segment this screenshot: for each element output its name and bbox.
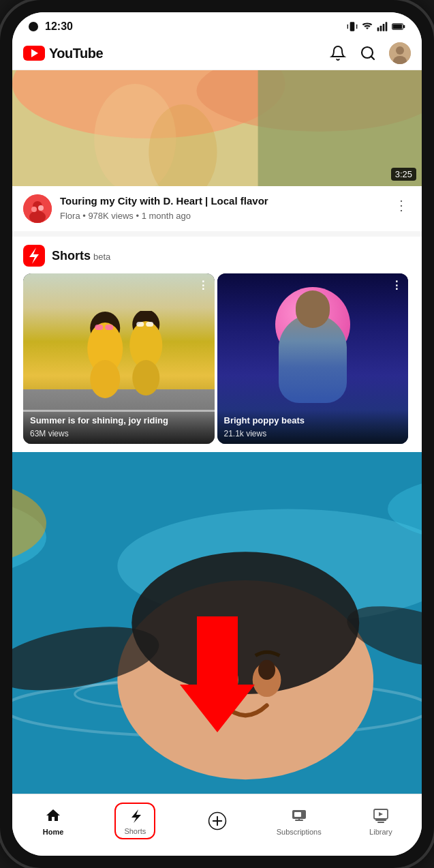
video-info: Touring my City with D. Heart | Local fl… <box>12 186 422 231</box>
shorts-header-text: Shortsbeta <box>52 249 110 263</box>
video-more-button[interactable]: ⋮ <box>392 194 411 216</box>
search-button[interactable] <box>359 44 377 62</box>
camera-icon <box>29 22 38 31</box>
svg-rect-4 <box>380 26 382 31</box>
svg-rect-59 <box>294 812 301 817</box>
notifications-button[interactable] <box>329 44 347 62</box>
svg-rect-32 <box>105 325 113 330</box>
svg-rect-37 <box>146 322 153 327</box>
next-video-section[interactable] <box>12 452 422 794</box>
status-left: 12:30 <box>29 20 73 33</box>
nav-create[interactable] <box>176 809 258 833</box>
create-icon <box>208 811 227 830</box>
signal-icon <box>377 21 388 32</box>
video-meta: Flora • 978K views • 1 month ago <box>60 211 384 221</box>
short1-figures <box>30 311 215 406</box>
battery-icon <box>392 21 405 32</box>
wifi-icon <box>362 21 373 32</box>
svg-rect-1 <box>347 25 348 29</box>
nav-home[interactable]: Home <box>12 803 94 839</box>
shorts-nav-highlight: Shorts <box>114 803 155 839</box>
status-bar: 12:30 <box>12 12 422 37</box>
subscriptions-label: Subscriptions <box>277 828 322 836</box>
person-back <box>279 314 347 403</box>
shorts-section: Shortsbeta <box>12 237 422 452</box>
short-card-1[interactable]: ⋮ Summer is for shining, joy riding 63M … <box>23 273 215 444</box>
svg-point-54 <box>258 660 275 680</box>
short1-more-button[interactable]: ⋮ <box>198 279 209 292</box>
status-time: 12:30 <box>45 20 73 33</box>
top-nav: YouTube <box>12 37 422 70</box>
short2-more-button[interactable]: ⋮ <box>391 279 403 292</box>
video-title: Touring my City with D. Heart | Local fl… <box>60 194 384 208</box>
home-label: Home <box>43 828 64 836</box>
svg-point-25 <box>31 207 37 212</box>
svg-rect-2 <box>356 25 357 29</box>
channel-avatar <box>23 194 52 223</box>
svg-rect-3 <box>377 27 379 31</box>
nav-icons <box>329 42 411 64</box>
arrow-body <box>197 616 238 685</box>
shorts-logo <box>23 245 45 267</box>
svg-point-24 <box>29 211 46 223</box>
video-duration: 3:25 <box>391 168 416 181</box>
nav-subscriptions[interactable]: Subscriptions <box>258 803 340 839</box>
library-label: Library <box>369 828 392 836</box>
shorts-nav-icon <box>125 807 144 826</box>
library-icon <box>371 806 390 825</box>
section-divider <box>12 231 422 237</box>
pool-video-bg <box>12 452 422 794</box>
shorts-grid: ⋮ Summer is for shining, joy riding 63M … <box>12 273 422 452</box>
red-arrow <box>180 616 255 732</box>
svg-point-35 <box>132 360 159 395</box>
svg-point-13 <box>396 46 404 55</box>
svg-point-26 <box>38 205 44 211</box>
person-head <box>296 290 330 328</box>
svg-rect-9 <box>403 25 405 28</box>
svg-rect-6 <box>386 22 388 31</box>
svg-rect-36 <box>136 322 144 327</box>
video-thumbnail[interactable]: 3:25 <box>12 70 422 186</box>
svg-rect-8 <box>392 24 402 29</box>
video-details: Touring my City with D. Heart | Local fl… <box>60 194 384 221</box>
phone-screen: 12:30 <box>12 12 422 856</box>
nav-shorts[interactable]: Shorts <box>94 800 176 842</box>
nav-library[interactable]: Library <box>340 803 422 839</box>
user-avatar[interactable] <box>389 42 411 64</box>
shorts-label: Shorts <box>124 827 146 835</box>
short1-title: Summer is for shining, joy riding <box>30 415 208 427</box>
svg-rect-0 <box>350 22 355 31</box>
thumbnail-bg <box>12 70 422 186</box>
yt-logo[interactable]: YouTube <box>23 46 329 61</box>
svg-rect-5 <box>383 24 385 31</box>
svg-marker-63 <box>379 812 383 816</box>
yt-play-icon <box>23 46 45 61</box>
arrow-head <box>180 685 255 732</box>
svg-line-11 <box>371 57 374 59</box>
short2-views: 21.1k views <box>224 429 402 438</box>
yt-wordmark: YouTube <box>49 46 103 61</box>
shorts-header: Shortsbeta <box>12 237 422 273</box>
svg-point-30 <box>90 360 120 398</box>
subscriptions-icon <box>290 806 309 825</box>
home-icon <box>44 806 63 825</box>
short1-views: 63M views <box>30 429 208 438</box>
vibrate-icon <box>347 21 358 32</box>
phone-frame: 12:30 <box>0 0 434 868</box>
status-right <box>347 21 405 32</box>
short-card-2[interactable]: ⋮ Bright poppy beats 21.1k views <box>217 273 409 444</box>
short2-info: Bright poppy beats 21.1k views <box>217 410 409 444</box>
short1-info: Summer is for shining, joy riding 63M vi… <box>23 410 215 444</box>
bottom-nav: Home Shorts <box>12 794 422 856</box>
svg-rect-31 <box>95 325 103 330</box>
short2-title: Bright poppy beats <box>224 415 402 427</box>
